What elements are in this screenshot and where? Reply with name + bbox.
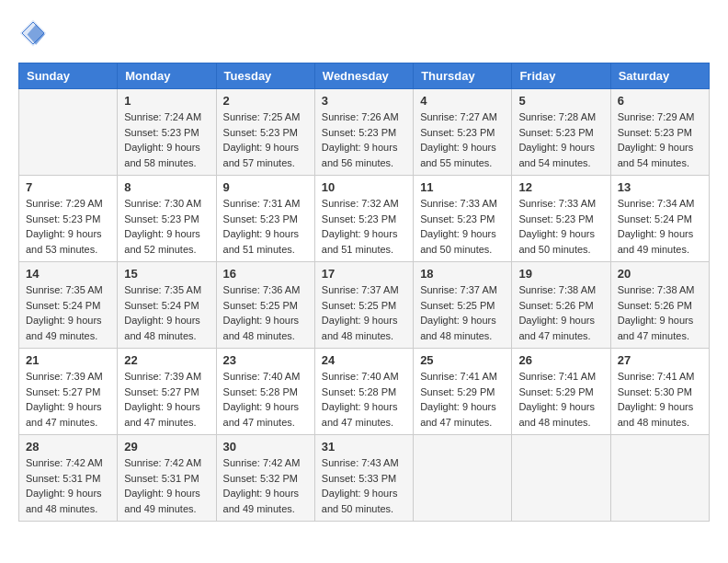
- day-number: 31: [322, 440, 406, 454]
- day-info: Sunrise: 7:39 AM Sunset: 5:27 PM Dayligh…: [124, 369, 209, 430]
- day-number: 30: [223, 440, 308, 454]
- week-row-4: 28Sunrise: 7:42 AM Sunset: 5:31 PM Dayli…: [19, 435, 710, 522]
- calendar-cell: 15Sunrise: 7:35 AM Sunset: 5:24 PM Dayli…: [118, 262, 216, 349]
- day-number: 17: [322, 267, 406, 281]
- day-number: 27: [618, 353, 702, 367]
- day-info: Sunrise: 7:37 AM Sunset: 5:25 PM Dayligh…: [420, 282, 505, 343]
- day-info: Sunrise: 7:31 AM Sunset: 5:23 PM Dayligh…: [223, 196, 308, 257]
- calendar-cell: 9Sunrise: 7:31 AM Sunset: 5:23 PM Daylig…: [216, 176, 314, 262]
- calendar-cell: 11Sunrise: 7:33 AM Sunset: 5:23 PM Dayli…: [414, 176, 512, 262]
- header-cell-friday: Friday: [512, 63, 610, 89]
- day-number: 8: [124, 180, 209, 194]
- day-info: Sunrise: 7:33 AM Sunset: 5:23 PM Dayligh…: [420, 196, 505, 257]
- calendar-cell: 4Sunrise: 7:27 AM Sunset: 5:23 PM Daylig…: [414, 89, 512, 176]
- week-row-3: 21Sunrise: 7:39 AM Sunset: 5:27 PM Dayli…: [19, 349, 710, 435]
- calendar-cell: 3Sunrise: 7:26 AM Sunset: 5:23 PM Daylig…: [314, 89, 413, 176]
- day-number: 26: [518, 353, 603, 367]
- day-number: 11: [420, 180, 505, 194]
- header-cell-saturday: Saturday: [610, 63, 709, 89]
- calendar-cell: 7Sunrise: 7:29 AM Sunset: 5:23 PM Daylig…: [19, 176, 118, 262]
- day-info: Sunrise: 7:38 AM Sunset: 5:26 PM Dayligh…: [518, 282, 603, 343]
- day-info: Sunrise: 7:33 AM Sunset: 5:23 PM Dayligh…: [518, 196, 603, 257]
- header-cell-wednesday: Wednesday: [314, 63, 413, 89]
- week-row-1: 7Sunrise: 7:29 AM Sunset: 5:23 PM Daylig…: [19, 176, 710, 262]
- calendar-cell: 1Sunrise: 7:24 AM Sunset: 5:23 PM Daylig…: [118, 89, 216, 176]
- calendar-cell: 28Sunrise: 7:42 AM Sunset: 5:31 PM Dayli…: [19, 435, 118, 522]
- day-info: Sunrise: 7:27 AM Sunset: 5:23 PM Dayligh…: [420, 109, 505, 170]
- day-info: Sunrise: 7:28 AM Sunset: 5:23 PM Dayligh…: [518, 109, 603, 170]
- day-number: 25: [420, 353, 505, 367]
- calendar-cell: 10Sunrise: 7:32 AM Sunset: 5:23 PM Dayli…: [314, 176, 413, 262]
- day-info: Sunrise: 7:29 AM Sunset: 5:23 PM Dayligh…: [26, 196, 110, 257]
- calendar-cell: 21Sunrise: 7:39 AM Sunset: 5:27 PM Dayli…: [19, 349, 118, 435]
- day-info: Sunrise: 7:35 AM Sunset: 5:24 PM Dayligh…: [124, 282, 209, 343]
- calendar-cell: 22Sunrise: 7:39 AM Sunset: 5:27 PM Dayli…: [118, 349, 216, 435]
- calendar-cell: 17Sunrise: 7:37 AM Sunset: 5:25 PM Dayli…: [314, 262, 413, 349]
- calendar-cell: 16Sunrise: 7:36 AM Sunset: 5:25 PM Dayli…: [216, 262, 314, 349]
- calendar-body: 1Sunrise: 7:24 AM Sunset: 5:23 PM Daylig…: [19, 89, 710, 522]
- calendar-cell: 30Sunrise: 7:42 AM Sunset: 5:32 PM Dayli…: [216, 435, 314, 522]
- day-number: 15: [124, 267, 209, 281]
- calendar-cell: 14Sunrise: 7:35 AM Sunset: 5:24 PM Dayli…: [19, 262, 118, 349]
- page-header: [18, 18, 710, 48]
- calendar-cell: 31Sunrise: 7:43 AM Sunset: 5:33 PM Dayli…: [314, 435, 413, 522]
- calendar-cell: 13Sunrise: 7:34 AM Sunset: 5:24 PM Dayli…: [610, 176, 709, 262]
- day-number: 4: [420, 94, 505, 108]
- header-cell-sunday: Sunday: [19, 63, 118, 89]
- day-number: 12: [518, 180, 603, 194]
- day-info: Sunrise: 7:35 AM Sunset: 5:24 PM Dayligh…: [26, 282, 110, 343]
- day-info: Sunrise: 7:41 AM Sunset: 5:30 PM Dayligh…: [618, 369, 702, 430]
- day-number: 6: [618, 94, 702, 108]
- day-info: Sunrise: 7:41 AM Sunset: 5:29 PM Dayligh…: [518, 369, 603, 430]
- week-row-2: 14Sunrise: 7:35 AM Sunset: 5:24 PM Dayli…: [19, 262, 710, 349]
- day-info: Sunrise: 7:43 AM Sunset: 5:33 PM Dayligh…: [322, 455, 406, 516]
- calendar-cell: 12Sunrise: 7:33 AM Sunset: 5:23 PM Dayli…: [512, 176, 610, 262]
- calendar-cell: 25Sunrise: 7:41 AM Sunset: 5:29 PM Dayli…: [414, 349, 512, 435]
- day-number: 7: [26, 180, 110, 194]
- day-info: Sunrise: 7:26 AM Sunset: 5:23 PM Dayligh…: [322, 109, 406, 170]
- day-info: Sunrise: 7:42 AM Sunset: 5:31 PM Dayligh…: [26, 455, 110, 516]
- day-info: Sunrise: 7:39 AM Sunset: 5:27 PM Dayligh…: [26, 369, 110, 430]
- day-number: 24: [322, 353, 406, 367]
- logo: [18, 18, 51, 48]
- day-info: Sunrise: 7:42 AM Sunset: 5:31 PM Dayligh…: [124, 455, 209, 516]
- day-number: 14: [26, 267, 110, 281]
- day-number: 16: [223, 267, 308, 281]
- day-number: 23: [223, 353, 308, 367]
- day-number: 22: [124, 353, 209, 367]
- day-number: 19: [518, 267, 603, 281]
- header-row: SundayMondayTuesdayWednesdayThursdayFrid…: [19, 63, 710, 89]
- day-number: 2: [223, 94, 308, 108]
- calendar-cell: 2Sunrise: 7:25 AM Sunset: 5:23 PM Daylig…: [216, 89, 314, 176]
- day-info: Sunrise: 7:32 AM Sunset: 5:23 PM Dayligh…: [322, 196, 406, 257]
- day-info: Sunrise: 7:38 AM Sunset: 5:26 PM Dayligh…: [618, 282, 702, 343]
- calendar-cell: 6Sunrise: 7:29 AM Sunset: 5:23 PM Daylig…: [610, 89, 709, 176]
- day-info: Sunrise: 7:37 AM Sunset: 5:25 PM Dayligh…: [322, 282, 406, 343]
- day-number: 9: [223, 180, 308, 194]
- calendar-cell: 23Sunrise: 7:40 AM Sunset: 5:28 PM Dayli…: [216, 349, 314, 435]
- calendar-cell: 27Sunrise: 7:41 AM Sunset: 5:30 PM Dayli…: [610, 349, 709, 435]
- calendar-cell: [19, 89, 118, 176]
- day-info: Sunrise: 7:29 AM Sunset: 5:23 PM Dayligh…: [618, 109, 702, 170]
- header-cell-thursday: Thursday: [414, 63, 512, 89]
- day-info: Sunrise: 7:24 AM Sunset: 5:23 PM Dayligh…: [124, 109, 209, 170]
- day-number: 29: [124, 440, 209, 454]
- day-info: Sunrise: 7:34 AM Sunset: 5:24 PM Dayligh…: [618, 196, 702, 257]
- calendar-cell: 24Sunrise: 7:40 AM Sunset: 5:28 PM Dayli…: [314, 349, 413, 435]
- calendar-cell: [414, 435, 512, 522]
- day-info: Sunrise: 7:30 AM Sunset: 5:23 PM Dayligh…: [124, 196, 209, 257]
- logo-icon: [18, 18, 48, 48]
- calendar-cell: 19Sunrise: 7:38 AM Sunset: 5:26 PM Dayli…: [512, 262, 610, 349]
- week-row-0: 1Sunrise: 7:24 AM Sunset: 5:23 PM Daylig…: [19, 89, 710, 176]
- day-number: 28: [26, 440, 110, 454]
- calendar-header: SundayMondayTuesdayWednesdayThursdayFrid…: [19, 63, 710, 89]
- day-info: Sunrise: 7:40 AM Sunset: 5:28 PM Dayligh…: [322, 369, 406, 430]
- calendar-cell: 5Sunrise: 7:28 AM Sunset: 5:23 PM Daylig…: [512, 89, 610, 176]
- calendar-cell: 20Sunrise: 7:38 AM Sunset: 5:26 PM Dayli…: [610, 262, 709, 349]
- day-info: Sunrise: 7:42 AM Sunset: 5:32 PM Dayligh…: [223, 455, 308, 516]
- calendar-cell: 26Sunrise: 7:41 AM Sunset: 5:29 PM Dayli…: [512, 349, 610, 435]
- day-info: Sunrise: 7:41 AM Sunset: 5:29 PM Dayligh…: [420, 369, 505, 430]
- calendar-cell: 8Sunrise: 7:30 AM Sunset: 5:23 PM Daylig…: [118, 176, 216, 262]
- day-info: Sunrise: 7:40 AM Sunset: 5:28 PM Dayligh…: [223, 369, 308, 430]
- header-cell-tuesday: Tuesday: [216, 63, 314, 89]
